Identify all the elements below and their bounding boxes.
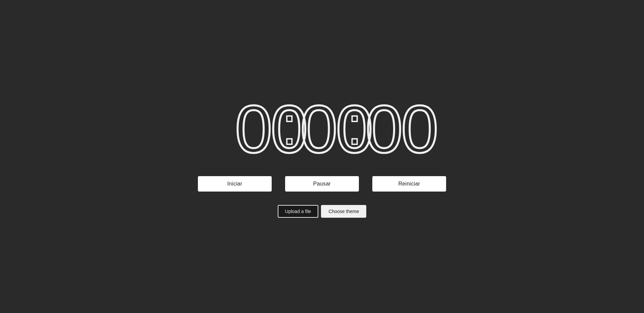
choose-theme-button[interactable]: Choose theme xyxy=(321,205,366,218)
secondary-buttons-row: Upload a file Choose theme xyxy=(278,205,367,218)
minutes-group: 00 xyxy=(300,96,344,163)
upload-file-button[interactable]: Upload a file xyxy=(278,205,319,218)
timer-container: 00 : 00 : 00 Iniciar Pausar Reiniciar Up… xyxy=(198,96,446,218)
main-buttons-row: Iniciar Pausar Reiniciar xyxy=(198,176,446,192)
colon-1: : xyxy=(282,99,297,159)
reset-button[interactable]: Reiniciar xyxy=(372,176,446,192)
hours-digit-1: 00 xyxy=(235,96,279,163)
clock-display: 00 : 00 : 00 xyxy=(235,96,409,163)
start-button[interactable]: Iniciar xyxy=(198,176,272,192)
seconds-group: 00 xyxy=(365,96,409,163)
minutes-digit-1: 00 xyxy=(300,96,344,163)
colon-2: : xyxy=(347,99,362,159)
pause-button[interactable]: Pausar xyxy=(285,176,359,192)
hours-group: 00 xyxy=(235,96,279,163)
seconds-digit-1: 00 xyxy=(365,96,409,163)
